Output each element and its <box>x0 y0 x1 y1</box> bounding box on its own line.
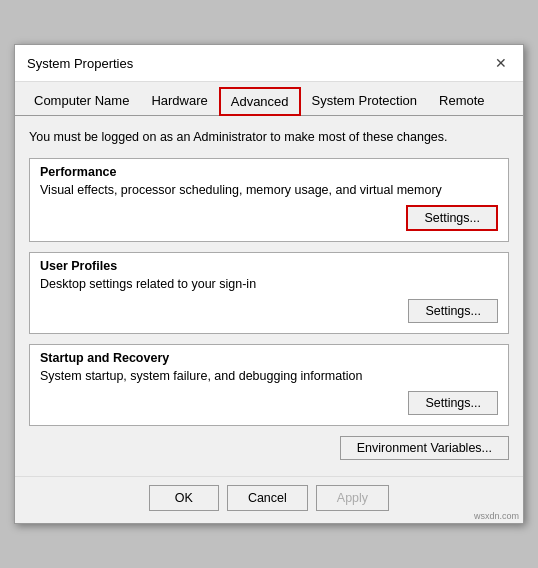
startup-recovery-section: Startup and Recovery System startup, sys… <box>29 344 509 426</box>
user-profiles-settings-button[interactable]: Settings... <box>408 299 498 323</box>
tab-advanced[interactable]: Advanced <box>219 87 301 116</box>
startup-recovery-settings-button[interactable]: Settings... <box>408 391 498 415</box>
startup-recovery-title: Startup and Recovery <box>40 351 498 365</box>
window-title: System Properties <box>27 56 133 71</box>
user-profiles-description: Desktop settings related to your sign-in <box>40 277 498 291</box>
close-button[interactable]: ✕ <box>491 53 511 73</box>
tab-remote[interactable]: Remote <box>428 87 496 116</box>
performance-title: Performance <box>40 165 498 179</box>
startup-recovery-description: System startup, system failure, and debu… <box>40 369 498 383</box>
performance-btn-row: Settings... <box>40 205 498 231</box>
user-profiles-btn-row: Settings... <box>40 299 498 323</box>
env-variables-row: Environment Variables... <box>29 436 509 460</box>
environment-variables-button[interactable]: Environment Variables... <box>340 436 509 460</box>
startup-recovery-btn-row: Settings... <box>40 391 498 415</box>
performance-section: Performance Visual effects, processor sc… <box>29 158 509 242</box>
tab-hardware[interactable]: Hardware <box>140 87 218 116</box>
tab-computer-name[interactable]: Computer Name <box>23 87 140 116</box>
system-properties-window: System Properties ✕ Computer Name Hardwa… <box>14 44 524 524</box>
dialog-buttons: OK Cancel Apply wsxdn.com <box>15 476 523 523</box>
apply-button[interactable]: Apply <box>316 485 389 511</box>
user-profiles-section: User Profiles Desktop settings related t… <box>29 252 509 334</box>
title-bar: System Properties ✕ <box>15 45 523 82</box>
performance-settings-button[interactable]: Settings... <box>406 205 498 231</box>
tab-content: You must be logged on as an Administrato… <box>15 116 523 476</box>
tab-bar: Computer Name Hardware Advanced System P… <box>15 82 523 116</box>
user-profiles-title: User Profiles <box>40 259 498 273</box>
tab-system-protection[interactable]: System Protection <box>301 87 429 116</box>
watermark: wsxdn.com <box>474 511 519 521</box>
performance-description: Visual effects, processor scheduling, me… <box>40 183 498 197</box>
admin-notice: You must be logged on as an Administrato… <box>29 128 509 146</box>
ok-button[interactable]: OK <box>149 485 219 511</box>
cancel-button[interactable]: Cancel <box>227 485 308 511</box>
